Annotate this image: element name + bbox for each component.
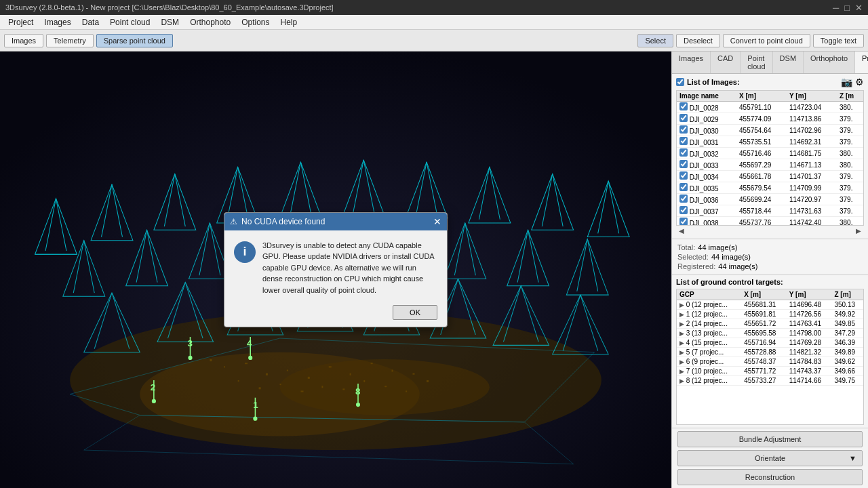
image-row[interactable]: DJI_0032 455716.46 114681.75 380. [677,148,863,159]
images-tab-button[interactable]: Images [4,34,43,47]
menu-item-data[interactable]: Data [77,16,104,28]
total-value: 44 image(s) [698,243,737,251]
images-list-checkbox[interactable] [676,78,684,86]
dialog-footer: OK [224,301,447,327]
image-row[interactable]: DJI_0028 455791.10 114723.04 380. [677,102,863,113]
gcp-col-x: X [m] [741,289,787,300]
deselect-button[interactable]: Deselect [676,34,720,47]
image-row-checkbox[interactable] [679,206,688,214]
gcp-col-y: Y [m] [787,289,832,300]
total-label: Total: [677,243,695,251]
tab-orthophoto[interactable]: Orthophoto [804,52,855,73]
image-row-checkbox[interactable] [679,148,688,157]
image-row-checkbox[interactable] [679,171,688,180]
gcp-expand-icon[interactable]: ▶ [679,302,684,308]
window-controls[interactable]: ─ □ ✕ [833,3,863,13]
col-x: X [m] [736,91,787,102]
reconstruction-button[interactable]: Reconstruction [677,469,863,485]
sparse-point-cloud-tab-button[interactable]: Sparse point cloud [96,34,173,47]
camera-icon[interactable]: 📷 [841,77,852,87]
orientate-dropdown-arrow[interactable]: ▼ [849,454,856,462]
gcp-row[interactable]: ▶ 1 (12 projec... 455691.81 114726.56 34… [677,310,863,319]
maximize-button[interactable]: □ [844,3,850,13]
image-row-checkbox[interactable] [679,114,688,122]
menu-item-dsm[interactable]: DSM [155,16,184,28]
orientate-button[interactable]: Orientate ▼ [677,450,863,466]
image-row[interactable]: DJI_0033 455697.29 114671.13 380. [677,159,863,171]
gcp-expand-icon[interactable]: ▶ [679,340,684,346]
image-row-checkbox[interactable] [679,195,688,203]
menu-item-project[interactable]: Project [3,16,39,28]
image-row[interactable]: DJI_0031 455735.51 114692.31 379. [677,136,863,148]
gcp-row[interactable]: ▶ 5 (7 projec... 455728.88 114821.32 349… [677,348,863,357]
toggle-text-button[interactable]: Toggle text [813,34,864,47]
gcp-row[interactable]: ▶ 6 (9 projec... 455748.37 114784.83 349… [677,357,863,367]
convert-to-point-cloud-button[interactable]: Convert to point cloud [723,34,810,47]
menu-item-point cloud[interactable]: Point cloud [104,16,155,28]
image-row-checkbox[interactable] [679,137,688,145]
close-button[interactable]: ✕ [855,3,863,13]
tab-point-cloud[interactable]: Point cloud [741,52,772,73]
menu-item-help[interactable]: Help [275,16,303,28]
image-row-checkbox[interactable] [679,218,688,226]
gcp-name-cell: ▶ 5 (7 projec... [677,348,741,357]
scroll-left-arrow[interactable]: ◀ [676,227,687,235]
image-y-cell: 114720.97 [787,194,837,205]
image-y-cell: 114742.40 [787,217,837,226]
image-z-cell: 379. [837,136,863,148]
image-x-cell: 455754.64 [736,125,787,136]
bundle-adjustment-button[interactable]: Bundle Adjustment [677,431,863,447]
gcp-row[interactable]: ▶ 4 (15 projec... 455716.94 114769.28 34… [677,338,863,348]
gcp-col-z: Z [m] [831,289,863,300]
image-row-checkbox[interactable] [679,125,688,134]
tab-images[interactable]: Images [672,52,711,73]
image-name-cell: DJI_0033 [677,159,736,171]
telemetry-tab-button[interactable]: Telemetry [46,34,94,47]
gcp-y-cell: 114714.66 [787,376,832,386]
gcp-table-container[interactable]: GCP X [m] Y [m] Z [m] ▶ 0 (12 projec... … [676,289,864,425]
gcp-row[interactable]: ▶ 8 (12 projec... 455733.27 114714.66 34… [677,376,863,386]
image-row[interactable]: DJI_0029 455774.09 114713.86 379. [677,113,863,125]
image-row[interactable]: DJI_0037 455718.44 114731.63 379. [677,205,863,217]
images-table-container[interactable]: Image name X [m] Y [m] Z [m DJI_0028 455… [676,90,864,226]
gcp-section: List of ground control targets: GCP X [m… [672,275,868,428]
gcp-expand-icon[interactable]: ▶ [679,359,684,365]
select-button[interactable]: Select [637,34,673,47]
image-row-checkbox[interactable] [679,160,688,168]
images-section-header: List of Images: 📷 ⚙ [676,77,864,87]
gcp-row[interactable]: ▶ 2 (14 projec... 455651.72 114763.41 34… [677,319,863,329]
image-row[interactable]: DJI_0036 455699.24 114720.97 379. [677,194,863,205]
gcp-row[interactable]: ▶ 3 (13 projec... 455695.58 114798.00 34… [677,329,863,338]
menu-item-options[interactable]: Options [236,16,275,28]
gcp-row[interactable]: ▶ 0 (12 projec... 455681.31 114696.48 35… [677,300,863,310]
gcp-expand-icon[interactable]: ▶ [679,311,684,318]
gcp-y-cell: 114726.56 [787,310,832,319]
settings-icon[interactable]: ⚙ [855,77,864,87]
gcp-expand-icon[interactable]: ▶ [679,368,684,375]
stats-section: Total: 44 image(s) Selected: 44 image(s)… [672,239,868,275]
image-row[interactable]: DJI_0038 455737.76 114742.40 380. [677,217,863,226]
dialog-close-button[interactable]: ✕ [433,216,441,227]
tab-profile[interactable]: Profile [855,52,868,73]
gcp-expand-icon[interactable]: ▶ [679,321,684,327]
scroll-right-arrow[interactable]: ▶ [853,227,864,235]
menu-item-orthophoto[interactable]: Orthophoto [184,16,236,28]
toolbar-left: Images Telemetry Sparse point cloud [4,34,173,47]
minimize-button[interactable]: ─ [833,3,839,13]
gcp-name-cell: ▶ 7 (10 projec... [677,367,741,376]
gcp-expand-icon[interactable]: ▶ [679,330,684,337]
gcp-expand-icon[interactable]: ▶ [679,378,684,384]
tab-dsm[interactable]: DSM [773,52,804,73]
image-row-checkbox[interactable] [679,102,688,110]
gcp-expand-icon[interactable]: ▶ [679,349,684,356]
gcp-row[interactable]: ▶ 7 (10 projec... 455771.72 114743.37 34… [677,367,863,376]
image-row[interactable]: DJI_0030 455754.64 114702.96 379. [677,125,863,136]
menu-item-images[interactable]: Images [39,16,76,28]
gcp-y-cell: 114743.37 [787,367,832,376]
image-row-checkbox[interactable] [679,183,688,191]
tab-cad[interactable]: CAD [711,52,741,73]
3d-viewport[interactable]: 1 2 3 4 5 8 [0,52,671,488]
image-row[interactable]: DJI_0035 455679.54 114709.99 379. [677,182,863,194]
dialog-ok-button[interactable]: OK [393,305,437,320]
image-row[interactable]: DJI_0034 455661.78 114701.37 379. [677,171,863,182]
